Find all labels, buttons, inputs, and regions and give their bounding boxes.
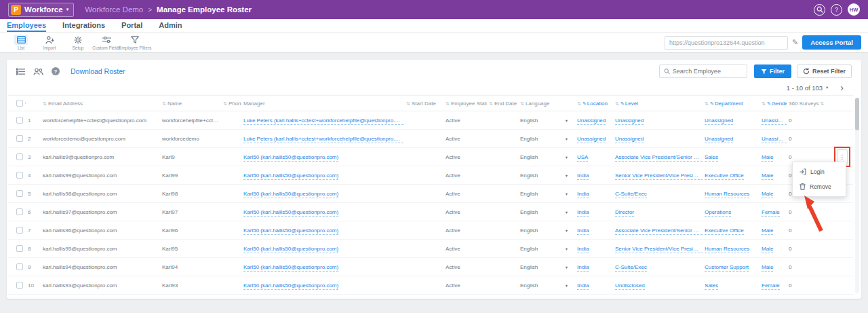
manager-link[interactable]: Karl50 (karl.hallis50@questionpro.com)	[243, 209, 338, 217]
level-link[interactable]: C-Suite/Exec	[615, 264, 647, 272]
tool-list[interactable]: List	[7, 35, 35, 50]
department-link[interactable]: Human Resources	[705, 246, 749, 253]
row-checkbox[interactable]	[16, 153, 23, 160]
department-link[interactable]: Executive Office	[705, 227, 744, 235]
edit-column-icon[interactable]: ✎	[583, 101, 587, 106]
employee-groups-button[interactable]	[33, 68, 43, 75]
location-link[interactable]: India	[577, 191, 589, 198]
manager-link[interactable]: Karl50 (karl.hallis50@questionpro.com)	[243, 227, 338, 235]
user-avatar[interactable]: HW	[848, 3, 860, 16]
level-link[interactable]: Undisclosed	[615, 282, 645, 290]
gender-link[interactable]: Female	[762, 209, 780, 217]
breadcrumb-parent[interactable]: Workforce Demo	[85, 5, 143, 14]
header-language[interactable]: ⇅Language	[518, 96, 575, 111]
menu-item-remove[interactable]: Remove	[793, 179, 846, 194]
portal-url-input[interactable]	[665, 36, 788, 50]
level-link[interactable]: Senior Vice President/Vice President	[615, 246, 703, 253]
header-search-button[interactable]	[814, 4, 825, 16]
row-checkbox[interactable]	[16, 263, 23, 270]
gender-link[interactable]: Male	[762, 227, 773, 235]
language-dropdown[interactable]: English ▾	[520, 209, 573, 215]
workforce-product-switcher[interactable]: P Workforce ▾	[8, 3, 74, 17]
language-dropdown[interactable]: English ▾	[520, 136, 573, 142]
language-dropdown[interactable]: English ▾	[520, 172, 573, 179]
language-dropdown[interactable]: English ▾	[520, 282, 573, 289]
header-name[interactable]: ⇅Name	[160, 96, 221, 111]
language-dropdown[interactable]: English ▾	[520, 264, 573, 270]
bulk-actions-caret-icon[interactable]: ▾	[25, 101, 26, 105]
language-dropdown[interactable]: English ▾	[520, 191, 573, 197]
level-link[interactable]: Unassigned	[615, 136, 644, 143]
row-checkbox[interactable]	[16, 245, 23, 252]
header-department[interactable]: ⇅✎Department	[703, 96, 760, 111]
edit-column-icon[interactable]: ✎	[620, 101, 625, 106]
department-link[interactable]: Executive Office	[705, 172, 744, 180]
language-dropdown[interactable]: English ▾	[520, 246, 573, 252]
help-icon[interactable]: ?	[52, 67, 60, 75]
header-email-address[interactable]: ⇅Email Address	[41, 96, 160, 111]
view-toggle-button[interactable]	[16, 68, 25, 75]
row-checkbox[interactable]	[16, 117, 23, 124]
gender-link[interactable]: Male	[762, 246, 773, 253]
level-link[interactable]: Unassigned	[615, 117, 644, 125]
header-employee-status[interactable]: ⇅Employee Status	[443, 96, 487, 111]
tab-admin[interactable]: Admin	[159, 19, 182, 32]
location-link[interactable]: India	[577, 172, 589, 180]
location-link[interactable]: India	[577, 282, 589, 290]
manager-link[interactable]: Karl50 (karl.hallis50@questionpro.com)	[243, 172, 338, 180]
language-dropdown[interactable]: English ▾	[520, 227, 573, 234]
department-link[interactable]: Operations	[705, 209, 731, 217]
location-link[interactable]: Unassigned	[577, 117, 606, 125]
location-link[interactable]: India	[577, 209, 589, 217]
next-page-button[interactable]: ›	[840, 83, 844, 92]
department-link[interactable]: Sales	[705, 154, 718, 162]
reset-filter-button[interactable]: Reset Filter	[797, 65, 852, 78]
header-help-button[interactable]: ?	[831, 4, 842, 16]
level-link[interactable]: C-Suite/Exec	[615, 191, 647, 198]
tab-portal[interactable]: Portal	[121, 19, 142, 32]
row-checkbox[interactable]	[16, 227, 23, 234]
header-gender[interactable]: ⇅✎Gender	[760, 96, 787, 111]
vertical-scrollbar[interactable]	[855, 98, 859, 293]
department-link[interactable]: Human Resources	[705, 191, 749, 198]
select-all-checkbox[interactable]	[16, 100, 23, 107]
gender-link[interactable]: Unassigned	[762, 136, 787, 143]
level-link[interactable]: Associate Vice President/Senior Director	[615, 154, 703, 162]
row-checkbox[interactable]	[16, 135, 23, 142]
search-employee-input[interactable]	[673, 68, 743, 75]
manager-link[interactable]: Karl50 (karl.hallis50@questionpro.com)	[243, 282, 338, 290]
department-link[interactable]: Unassigned	[705, 136, 733, 143]
location-link[interactable]: India	[577, 246, 589, 253]
row-checkbox[interactable]	[16, 208, 23, 215]
manager-link[interactable]: Luke Peters (karl.hallis+cctest+workforc…	[243, 117, 404, 125]
edit-portal-url-button[interactable]: ✎	[792, 38, 798, 47]
gender-link[interactable]: Male	[762, 172, 773, 180]
gender-link[interactable]: Female	[762, 282, 780, 290]
tab-employees[interactable]: Employees	[7, 19, 46, 32]
tool-custom-fields[interactable]: Custom Fields	[92, 35, 121, 50]
department-link[interactable]: Sales	[705, 282, 718, 290]
row-checkbox[interactable]	[16, 190, 23, 197]
tool-employee-filters[interactable]: Employee Filters	[121, 35, 149, 50]
edit-column-icon[interactable]: ✎	[767, 101, 771, 106]
language-dropdown[interactable]: English ▾	[520, 154, 573, 160]
tool-import[interactable]: Import	[35, 35, 64, 50]
tool-setup[interactable]: Setup	[64, 35, 92, 50]
header-360-surveys[interactable]: 360 Surveys⇅	[787, 96, 834, 111]
header-manager[interactable]: Manager	[241, 96, 404, 111]
filter-button[interactable]: Filter	[754, 65, 791, 78]
location-link[interactable]: Unassigned	[577, 136, 606, 143]
header-phone[interactable]: ⇅Phone	[221, 96, 241, 111]
pagination-range-dropdown[interactable]: 1 - 10 of 103 ▾	[787, 84, 829, 92]
department-link[interactable]: Unassigned	[705, 117, 733, 125]
row-checkbox[interactable]	[16, 282, 23, 289]
level-link[interactable]: Associate Vice President/Senior Director	[615, 227, 703, 235]
manager-link[interactable]: Karl50 (karl.hallis50@questionpro.com)	[243, 264, 338, 272]
header-location[interactable]: ⇅✎Location	[575, 96, 613, 111]
manager-link[interactable]: Karl50 (karl.hallis50@questionpro.com)	[243, 191, 338, 198]
header-start-date[interactable]: ⇅Start Date	[404, 96, 443, 111]
gender-link[interactable]: Male	[762, 264, 773, 272]
location-link[interactable]: India	[577, 264, 589, 272]
access-portal-button[interactable]: Access Portal	[802, 35, 861, 50]
header-level[interactable]: ⇅✎Level	[613, 96, 703, 111]
